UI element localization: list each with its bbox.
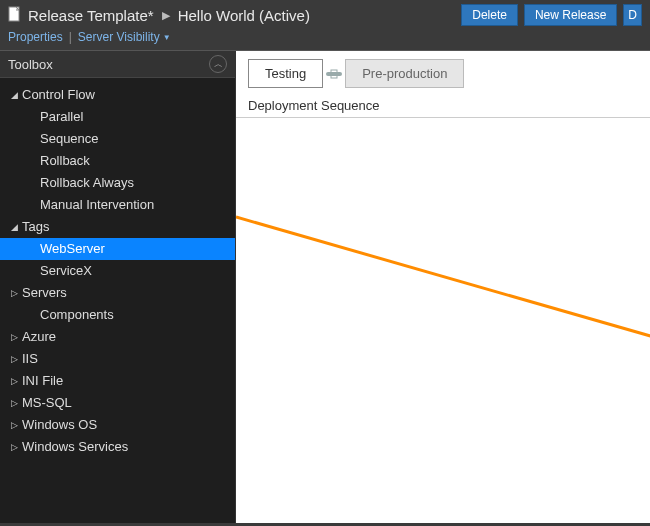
tree-section-label: INI File — [22, 372, 63, 390]
tree-section-azure[interactable]: ▷Azure — [0, 326, 235, 348]
page-subtitle: Hello World (Active) — [178, 7, 310, 24]
tab-pre-production[interactable]: Pre-production — [345, 59, 464, 88]
tree-section-servers[interactable]: ▷Servers — [0, 282, 235, 304]
tree-section-windows-services[interactable]: ▷Windows Services — [0, 436, 235, 458]
tree-item-servicex[interactable]: ServiceX — [0, 260, 235, 282]
tree-section-label: Windows OS — [22, 416, 97, 434]
caret-right-icon: ▷ — [8, 350, 20, 368]
page-title: Release Template* — [28, 7, 154, 24]
caret-right-icon: ▷ — [8, 328, 20, 346]
tree-item-rollback[interactable]: Rollback — [0, 150, 235, 172]
svg-line-8 — [236, 217, 650, 352]
tree-section-ms-sql[interactable]: ▷MS-SQL — [0, 392, 235, 414]
tree-section-label: IIS — [22, 350, 38, 368]
design-canvas: Testing Pre-production Deployment Sequen… — [236, 51, 650, 523]
toolbox-panel: Toolbox ︿ ◢Control FlowParallelSequenceR… — [0, 51, 236, 523]
svg-rect-1 — [326, 72, 342, 76]
server-visibility-link[interactable]: Server Visibility — [78, 30, 160, 44]
tree-section-label: Azure — [22, 328, 56, 346]
caret-right-icon: ▷ — [8, 438, 20, 456]
tree-section-label: Tags — [22, 218, 49, 236]
tree-item-manual-intervention[interactable]: Manual Intervention — [0, 194, 235, 216]
caret-right-icon: ▷ — [8, 416, 20, 434]
breadcrumb-separator-icon: ▶ — [162, 9, 170, 22]
caret-down-icon: ◢ — [8, 86, 20, 104]
tree-section-label: MS-SQL — [22, 394, 72, 412]
tab-link-icon — [325, 59, 343, 88]
tree-section-control-flow[interactable]: ◢Control Flow — [0, 84, 235, 106]
caret-right-icon: ▷ — [8, 284, 20, 302]
sequence-label: Deployment Sequence — [236, 96, 650, 118]
delete-button[interactable]: Delete — [461, 4, 518, 26]
tree-section-label: Control Flow — [22, 86, 95, 104]
tree-item-sequence[interactable]: Sequence — [0, 128, 235, 150]
tree-item-rollback-always[interactable]: Rollback Always — [0, 172, 235, 194]
caret-down-icon: ◢ — [8, 218, 20, 236]
document-icon — [8, 6, 22, 25]
tree-section-label: Windows Services — [22, 438, 128, 456]
tree-section-windows-os[interactable]: ▷Windows OS — [0, 414, 235, 436]
properties-link[interactable]: Properties — [8, 30, 63, 44]
tab-testing[interactable]: Testing — [248, 59, 323, 88]
dropdown-icon: ▼ — [163, 33, 171, 42]
tree-item-webserver[interactable]: WebServer — [0, 238, 235, 260]
extra-button[interactable]: D — [623, 4, 642, 26]
toolbox-collapse-button[interactable]: ︿ — [209, 55, 227, 73]
new-release-button[interactable]: New Release — [524, 4, 617, 26]
tree-section-iis[interactable]: ▷IIS — [0, 348, 235, 370]
chevron-up-icon: ︿ — [214, 58, 223, 71]
tree-item-parallel[interactable]: Parallel — [0, 106, 235, 128]
tree-item-components[interactable]: Components — [0, 304, 235, 326]
toolbox-title: Toolbox — [8, 57, 53, 72]
tree-section-label: Servers — [22, 284, 67, 302]
caret-right-icon: ▷ — [8, 372, 20, 390]
toolbox-tree: ◢Control FlowParallelSequenceRollbackRol… — [0, 78, 235, 464]
tree-section-ini-file[interactable]: ▷INI File — [0, 370, 235, 392]
tree-section-tags[interactable]: ◢Tags — [0, 216, 235, 238]
separator: | — [69, 30, 72, 44]
drag-arrow-icon — [236, 137, 650, 397]
caret-right-icon: ▷ — [8, 394, 20, 412]
